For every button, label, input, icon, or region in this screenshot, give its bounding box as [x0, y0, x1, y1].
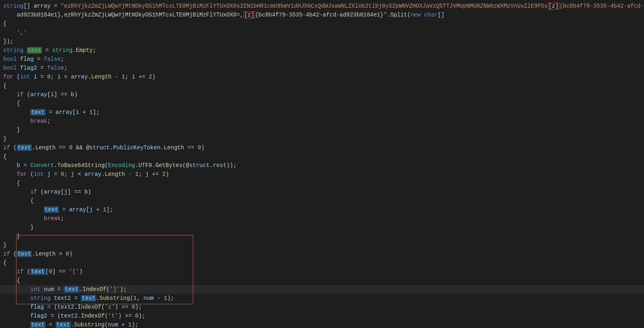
code-line-33: int num = text.IndexOf(']');: [0, 285, 644, 294]
code-line-17: if (text.Length == 0 && @struct.PublicKe…: [0, 143, 644, 152]
code-line-31: if (text[0] == '['): [0, 267, 644, 276]
code-line-28: }: [0, 241, 644, 250]
code-line-9: for (int i = 0; i < array.Length - 1; i …: [0, 72, 644, 81]
code-line-1: string[] array = "ezRhYjkzZmZjLWQwYjMtND…: [0, 2, 644, 10]
code-line-26: }: [0, 223, 644, 232]
code-line-2: ad923b0184e1},ezRhYjkzZmZjLWQwYjMtNDkyOS…: [0, 10, 644, 19]
code-line-29: if (text.Length > 0): [0, 250, 644, 258]
code-line-13: text = array[i + 1];: [0, 108, 644, 117]
code-editor: string[] array = "ezRhYjkzZmZjLWQwYjMtND…: [0, 0, 644, 328]
code-line-24: text = array[j + 1];: [0, 205, 644, 214]
code-line-34: string text2 = text.Substring(1, num - 1…: [0, 294, 644, 303]
code-line-37: text = text.Substring(num + 1);: [0, 320, 644, 328]
code-line-35: flag = (text2.IndexOf('z') >= 0);: [0, 303, 644, 311]
code-line-25: break;: [0, 214, 644, 223]
code-line-7: bool flag = false;: [0, 55, 644, 64]
code-line-14: break;: [0, 117, 644, 126]
code-line-36: flag2 = (text2.IndexOf('t') >= 0);: [0, 311, 644, 320]
code-line-20: for (int j = 0; j < array.Length - 1; j …: [0, 170, 644, 179]
code-line-12: {: [0, 99, 644, 108]
code-line-21: {: [0, 179, 644, 188]
code-line-11: if (array[i] == b): [0, 90, 644, 99]
code-line-18: {: [0, 152, 644, 161]
code-line-3: {: [0, 19, 644, 28]
code-line-19: b = Convert.ToBase64String(Encoding.UTF8…: [0, 161, 644, 170]
code-line-16: }: [0, 134, 644, 143]
code-line-22: if (array[j] == b): [0, 188, 644, 196]
code-line-32: {: [0, 276, 644, 285]
code-line-4: ',': [0, 28, 644, 37]
code-line-30: {: [0, 258, 644, 267]
code-line-27: }: [0, 232, 644, 241]
code-line-6: string text = string.Empty;: [0, 46, 644, 55]
code-line-8: bool flag2 = false;: [0, 64, 644, 72]
code-line-5: });: [0, 37, 644, 46]
code-line-10: {: [0, 81, 644, 90]
code-line-23: {: [0, 196, 644, 205]
code-line-15: }: [0, 126, 644, 134]
